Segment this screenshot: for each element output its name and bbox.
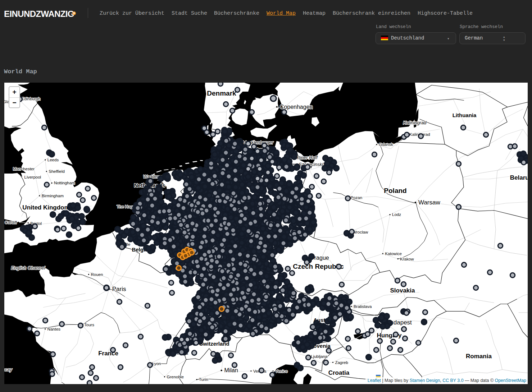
svg-text:English Channel: English Channel <box>11 265 46 271</box>
svg-text:Denmark: Denmark <box>207 89 236 97</box>
svg-text:United Kingdom: United Kingdom <box>22 204 69 211</box>
svg-text:Nottingham: Nottingham <box>54 181 75 185</box>
svg-text:Katowice: Katowice <box>385 252 402 256</box>
svg-text:Tours: Tours <box>84 323 94 327</box>
svg-text:Slovakia: Slovakia <box>390 287 415 294</box>
svg-text:Romania: Romania <box>466 353 492 360</box>
svg-text:Warsaw: Warsaw <box>418 199 440 206</box>
svg-text:Sheffield: Sheffield <box>49 169 65 174</box>
svg-text:Lyon: Lyon <box>152 361 161 366</box>
svg-text:Ljubljana: Ljubljana <box>311 354 328 359</box>
svg-text:Rouen: Rouen <box>91 272 103 277</box>
svg-text:Manchester: Manchester <box>13 167 35 171</box>
svg-text:Venice: Venice <box>275 369 288 373</box>
svg-text:Belarus: Belarus <box>510 174 528 181</box>
svg-text:Turin: Turin <box>199 377 208 382</box>
svg-text:Edinburgh: Edinburgh <box>22 97 40 101</box>
svg-text:Kaliningrad: Kaliningrad <box>403 120 427 125</box>
svg-text:Grenoble: Grenoble <box>167 375 184 379</box>
svg-text:Birmingham: Birmingham <box>42 194 64 198</box>
svg-text:Cardiff: Cardiff <box>5 220 17 225</box>
svg-text:Croatia: Croatia <box>328 369 350 376</box>
svg-text:Gdansk: Gdansk <box>379 142 393 147</box>
svg-text:Bay of Biscay: Bay of Biscay <box>4 367 13 372</box>
svg-text:Poland: Poland <box>384 187 406 194</box>
svg-text:Lodz: Lodz <box>392 212 401 217</box>
svg-text:Liverpool: Liverpool <box>24 175 41 179</box>
svg-text:Bratislava: Bratislava <box>354 304 372 309</box>
svg-text:Leeds: Leeds <box>47 158 59 162</box>
svg-text:Paris: Paris <box>112 286 126 292</box>
svg-text:Nantes: Nantes <box>47 327 61 331</box>
svg-text:Lithuania: Lithuania <box>453 112 477 118</box>
svg-text:Krakow: Krakow <box>400 257 414 261</box>
svg-text:Milan: Milan <box>224 367 238 373</box>
svg-text:Zagreb: Zagreb <box>335 360 348 365</box>
svg-text:Pozan: Pozan <box>351 195 363 200</box>
svg-text:Copenhagen: Copenhagen <box>280 104 313 110</box>
